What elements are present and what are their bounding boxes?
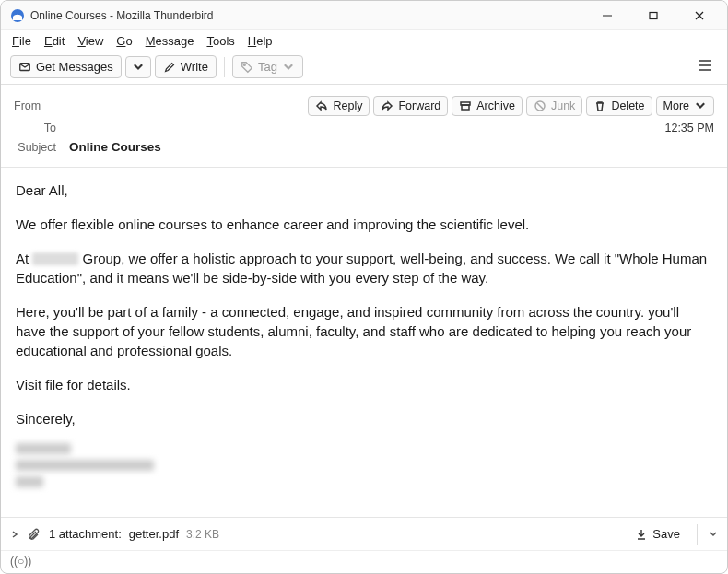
forward-icon bbox=[381, 100, 393, 112]
menu-file[interactable]: File bbox=[12, 34, 31, 48]
app-window: Online Courses - Mozilla Thunderbird Fil… bbox=[0, 0, 728, 574]
archive-button[interactable]: Archive bbox=[452, 96, 523, 116]
save-button[interactable]: Save bbox=[629, 523, 686, 545]
close-button[interactable] bbox=[685, 3, 714, 29]
activity-indicator: ((○)) bbox=[10, 555, 31, 568]
tag-icon bbox=[241, 61, 253, 74]
attachment-name[interactable]: getter.pdf bbox=[129, 527, 179, 541]
menu-tools[interactable]: Tools bbox=[206, 34, 234, 48]
tag-label: Tag bbox=[258, 60, 277, 74]
svg-point-6 bbox=[243, 64, 245, 65]
attachment-size: 3.2 KB bbox=[186, 528, 219, 541]
attachment-count: 1 attachment: bbox=[49, 527, 122, 541]
chevron-right-icon[interactable] bbox=[10, 530, 19, 539]
reply-icon bbox=[315, 100, 328, 112]
body-para: Here, you'll be part of a family - a con… bbox=[16, 302, 712, 360]
divider bbox=[697, 524, 698, 545]
write-button[interactable]: Write bbox=[155, 55, 217, 78]
chevron-down-icon bbox=[132, 61, 145, 74]
body-para: At Group, we offer a holistic approach t… bbox=[16, 249, 712, 287]
hamburger-icon bbox=[698, 59, 712, 72]
message-body: Dear All, We offer flexible online cours… bbox=[1, 168, 727, 517]
app-icon bbox=[10, 8, 25, 23]
inbox-icon bbox=[18, 61, 31, 74]
chevron-down-icon[interactable] bbox=[709, 530, 718, 539]
menu-view[interactable]: View bbox=[77, 34, 103, 48]
message-time: 12:35 PM bbox=[664, 122, 714, 135]
junk-button[interactable]: Junk bbox=[526, 96, 582, 116]
junk-icon bbox=[534, 100, 546, 112]
get-messages-label: Get Messages bbox=[36, 60, 113, 74]
forward-button[interactable]: Forward bbox=[373, 96, 448, 116]
menu-go[interactable]: Go bbox=[116, 34, 132, 48]
attachment-bar: 1 attachment: getter.pdf 3.2 KB Save bbox=[1, 517, 727, 550]
body-para: Sincerely, bbox=[16, 409, 712, 428]
menu-help[interactable]: Help bbox=[248, 34, 273, 48]
pencil-icon bbox=[163, 61, 176, 74]
chevron-down-icon bbox=[694, 100, 707, 112]
get-messages-button[interactable]: Get Messages bbox=[10, 55, 122, 78]
svg-rect-2 bbox=[650, 12, 657, 18]
to-label: To bbox=[14, 122, 69, 135]
toolbar: Get Messages Write Tag bbox=[1, 52, 727, 85]
max-button[interactable] bbox=[639, 3, 668, 29]
body-para: We offer flexible online courses to enha… bbox=[16, 215, 712, 234]
menu-edit[interactable]: Edit bbox=[44, 34, 65, 48]
statusbar: ((○)) bbox=[1, 550, 727, 573]
body-para: Visit file for details. bbox=[16, 375, 712, 394]
divider bbox=[224, 57, 225, 77]
titlebar: Online Courses - Mozilla Thunderbird bbox=[1, 1, 727, 30]
archive-icon bbox=[459, 100, 472, 112]
tag-button[interactable]: Tag bbox=[232, 55, 303, 78]
message-header: From Reply Forward Archive Junk Delete M… bbox=[1, 85, 727, 168]
write-label: Write bbox=[181, 60, 208, 74]
delete-button[interactable]: Delete bbox=[586, 96, 652, 116]
subject-label: Subject bbox=[14, 141, 69, 154]
subject-text: Online Courses bbox=[69, 140, 161, 154]
download-icon bbox=[635, 528, 648, 541]
menu-message[interactable]: Message bbox=[146, 34, 194, 48]
window-title: Online Courses - Mozilla Thunderbird bbox=[30, 9, 593, 22]
trash-icon bbox=[593, 100, 606, 112]
paperclip-icon bbox=[27, 527, 41, 542]
menu-button[interactable] bbox=[692, 55, 718, 78]
svg-line-13 bbox=[537, 103, 543, 109]
svg-rect-11 bbox=[462, 105, 469, 110]
from-label: From bbox=[14, 100, 53, 112]
get-messages-dropdown[interactable] bbox=[125, 56, 151, 78]
chevron-down-icon bbox=[282, 61, 295, 74]
redacted-text bbox=[32, 252, 78, 265]
more-button[interactable]: More bbox=[656, 96, 714, 116]
body-para: Dear All, bbox=[16, 181, 712, 200]
menubar: File Edit View Go Message Tools Help bbox=[1, 30, 727, 52]
min-button[interactable] bbox=[593, 3, 622, 29]
signature-redacted bbox=[16, 443, 712, 487]
reply-button[interactable]: Reply bbox=[308, 96, 370, 116]
